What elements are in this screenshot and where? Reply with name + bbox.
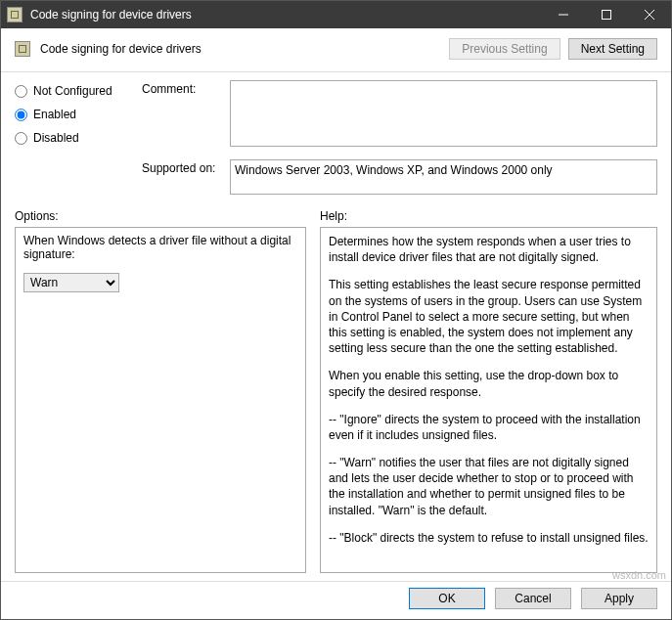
help-heading: Help: [320,209,347,223]
radio-enabled[interactable]: Enabled [15,108,128,121]
help-panel: Determines how the system responds when … [320,227,657,573]
svg-rect-0 [603,11,611,20]
watermark: wsxdn.com [612,569,666,581]
options-panel: When Windows detects a driver file witho… [15,227,306,573]
ok-button[interactable]: OK [409,588,485,609]
help-text: When you enable this setting, use the dr… [329,368,649,399]
minimize-button[interactable] [542,1,585,28]
maximize-button[interactable] [585,1,628,28]
dialog-header: Code signing for device drivers Previous… [1,28,671,72]
help-text: Determines how the system responds when … [329,234,649,265]
options-heading: Options: [15,209,306,223]
close-button[interactable] [628,1,671,28]
titlebar: Code signing for device drivers [1,1,671,28]
radio-not-configured[interactable]: Not Configured [15,84,128,98]
help-text: This setting establishes the least secur… [329,277,649,356]
radio-label: Not Configured [33,84,112,98]
radio-label: Enabled [33,108,76,121]
help-text: -- "Block" directs the system to refuse … [329,530,649,546]
state-radio-group: Not Configured Enabled Disabled [15,80,128,198]
apply-button[interactable]: Apply [581,588,657,609]
radio-enabled-input[interactable] [15,109,27,121]
policy-icon [15,41,30,57]
options-prompt: When Windows detects a driver file witho… [23,234,297,261]
help-text: -- "Ignore" directs the system to procee… [329,412,649,443]
comment-textarea[interactable] [230,80,657,147]
help-text: -- "Warn" notifies the user that files a… [329,455,649,518]
supported-on-text [230,159,657,195]
policy-icon [7,7,22,22]
signature-action-select[interactable]: IgnoreWarnBlock [23,273,119,292]
radio-not-configured-input[interactable] [15,85,27,98]
dialog-title: Code signing for device drivers [40,42,449,56]
dialog-footer: OK Cancel Apply [1,581,671,619]
cancel-button[interactable]: Cancel [495,588,571,609]
window-title: Code signing for device drivers [30,8,542,22]
radio-disabled-input[interactable] [15,132,27,145]
next-setting-button[interactable]: Next Setting [568,38,657,60]
radio-disabled[interactable]: Disabled [15,131,128,145]
radio-label: Disabled [33,131,79,145]
comment-label: Comment: [142,80,230,96]
supported-on-label: Supported on: [142,159,230,175]
previous-setting-button[interactable]: Previous Setting [449,38,560,60]
